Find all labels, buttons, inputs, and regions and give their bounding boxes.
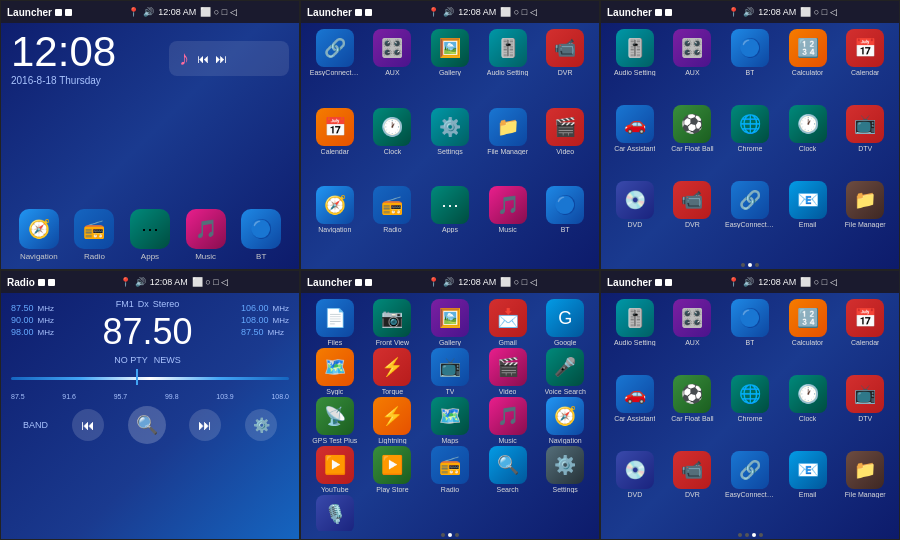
app-dvd-6[interactable]: 💿 DVD bbox=[607, 451, 663, 525]
nav-bar-1: 🧭 Navigation 📻 Radio ⋯ Apps 🎵 Music 🔵 BT bbox=[11, 201, 289, 261]
app-audio-setting[interactable]: 🎚️ Audio Setting bbox=[480, 29, 536, 106]
app-gallery[interactable]: 🖼️ Gallery bbox=[422, 29, 478, 106]
app-email-3[interactable]: 📧 Email bbox=[780, 181, 836, 255]
nav-music-1[interactable]: 🎵 Music bbox=[186, 209, 226, 261]
app-easyconnection[interactable]: 🔗 EasyConnection bbox=[307, 29, 363, 106]
app-carfloat-3[interactable]: ⚽ Car Float Ball bbox=[665, 105, 721, 179]
audio-setting-icon: 🎚️ bbox=[489, 29, 527, 67]
app-settings-5[interactable]: ⚙️ Settings bbox=[537, 446, 593, 493]
nav-app-radio[interactable]: 📻 Radio bbox=[365, 186, 421, 263]
app-calendar-3[interactable]: 📅 Calendar bbox=[837, 29, 893, 103]
status-time-5: 12:08 AM bbox=[458, 277, 496, 287]
app-files[interactable]: 📄 Files bbox=[307, 299, 363, 346]
app-frontview[interactable]: 📷 Front View bbox=[365, 299, 421, 346]
app-chrome-6[interactable]: 🌐 Chrome bbox=[722, 375, 778, 449]
app-fm-3[interactable]: 📁 File Manager bbox=[837, 181, 893, 255]
app-settings[interactable]: ⚙️ Settings bbox=[422, 108, 478, 185]
app-dvr-3[interactable]: 📹 DVR bbox=[665, 181, 721, 255]
app-clock[interactable]: 🕐 Clock bbox=[365, 108, 421, 185]
app-email-6[interactable]: 📧 Email bbox=[780, 451, 836, 525]
app-label-6: Launcher bbox=[607, 277, 652, 288]
app-music-5[interactable]: 🎵 Music bbox=[480, 397, 536, 444]
app-audio-6[interactable]: 🎚️ Audio Setting bbox=[607, 299, 663, 373]
music-widget-1[interactable]: ♪ ⏮ ⏭ bbox=[169, 41, 289, 76]
app-dvd-3[interactable]: 💿 DVD bbox=[607, 181, 663, 255]
prev-btn[interactable]: ⏮ bbox=[197, 52, 209, 66]
app-carball-6[interactable]: ⚽ Car Float Ball bbox=[665, 375, 721, 449]
app-car-6[interactable]: 🚗 Car Assistant bbox=[607, 375, 663, 449]
app-sygic[interactable]: 🗺️ Sygic bbox=[307, 348, 363, 395]
radio-tuner-bar[interactable] bbox=[11, 369, 289, 389]
nav-navigation-1[interactable]: 🧭 Navigation bbox=[19, 209, 59, 261]
app-video-5[interactable]: 🎬 Video bbox=[480, 348, 536, 395]
nav-radio-1[interactable]: 📻 Radio bbox=[74, 209, 114, 261]
app-youtube[interactable]: ▶️ YouTube bbox=[307, 446, 363, 493]
app-aux-6[interactable]: 🎛️ AUX bbox=[665, 299, 721, 373]
clock-date-1: 2016-8-18 Thursday bbox=[11, 75, 116, 86]
app-label-5: Launcher bbox=[307, 277, 352, 288]
app-calculator-3[interactable]: 🔢 Calculator bbox=[780, 29, 836, 103]
nav-bt-1[interactable]: 🔵 BT bbox=[241, 209, 281, 261]
app-aux[interactable]: 🎛️ AUX bbox=[365, 29, 421, 106]
app-search-5[interactable]: 🔍 Search bbox=[480, 446, 536, 493]
app-google[interactable]: G Google bbox=[537, 299, 593, 346]
status-loc-2: 📍 bbox=[428, 7, 439, 17]
status-bar-2: Launcher 📍 🔊 12:08 AM ⬜ ○ □ ◁ bbox=[301, 1, 599, 23]
app-calendar[interactable]: 📅 Calendar bbox=[307, 108, 363, 185]
app-radio-5[interactable]: 📻 Radio bbox=[422, 446, 478, 493]
band-label[interactable]: BAND bbox=[23, 420, 48, 430]
app-dvr[interactable]: 📹 DVR bbox=[537, 29, 593, 106]
next-track-btn[interactable]: ⏭ bbox=[189, 409, 221, 441]
app-torque[interactable]: ⚡ Torque bbox=[365, 348, 421, 395]
app-bt-3[interactable]: 🔵 BT bbox=[722, 29, 778, 103]
app-filemanager[interactable]: 📁 File Manager bbox=[480, 108, 536, 185]
app-clk-6[interactable]: 🕐 Clock bbox=[780, 375, 836, 449]
nav-app-apps[interactable]: ⋯ Apps bbox=[422, 186, 478, 263]
app-easy-3[interactable]: 🔗 EasyConnection bbox=[722, 181, 778, 255]
app-dvr-6[interactable]: 📹 DVR bbox=[665, 451, 721, 525]
app-gallery-5[interactable]: 🖼️ Gallery bbox=[422, 299, 478, 346]
clock-time-1: 12:08 bbox=[11, 31, 116, 73]
radio-icon-2: 📻 bbox=[373, 186, 411, 224]
app-bt-6[interactable]: 🔵 BT bbox=[722, 299, 778, 373]
app-video[interactable]: 🎬 Video bbox=[537, 108, 593, 185]
app-clock-3[interactable]: 🕐 Clock bbox=[780, 105, 836, 179]
app-calc-6[interactable]: 🔢 Calculator bbox=[780, 299, 836, 373]
app-soundrec[interactable]: 🎙️ Sound Recorder bbox=[307, 495, 363, 531]
aux-icon: 🎛️ bbox=[373, 29, 411, 67]
nav-app-bt[interactable]: 🔵 BT bbox=[537, 186, 593, 263]
home-body-1: 12:08 2016-8-18 Thursday ♪ ⏮ ⏭ 🧭 Navigat… bbox=[1, 23, 299, 269]
nav-apps-1[interactable]: ⋯ Apps bbox=[130, 209, 170, 261]
gallery-icon: 🖼️ bbox=[431, 29, 469, 67]
app-voicesearch[interactable]: 🎤 Voice Search bbox=[537, 348, 593, 395]
app-easy-6[interactable]: 🔗 EasyConnection bbox=[722, 451, 778, 525]
scroll-dots-3 bbox=[601, 261, 899, 269]
prev-track-btn[interactable]: ⏮ bbox=[72, 409, 104, 441]
app-gpstest[interactable]: 📡 GPS Test Plus bbox=[307, 397, 363, 444]
app-playstore[interactable]: ▶️ Play Store bbox=[365, 446, 421, 493]
app-gmail[interactable]: 📩 Gmail bbox=[480, 299, 536, 346]
app-lightning[interactable]: ⚡ Lightning bbox=[365, 397, 421, 444]
app-fm-6[interactable]: 📁 File Manager bbox=[837, 451, 893, 525]
next-btn[interactable]: ⏭ bbox=[215, 52, 227, 66]
app-chrome-3[interactable]: 🌐 Chrome bbox=[722, 105, 778, 179]
eq-settings-btn[interactable]: ⚙️ bbox=[245, 409, 277, 441]
nav-icon: 🧭 bbox=[19, 209, 59, 249]
search-btn[interactable]: 🔍 bbox=[128, 406, 166, 444]
nav-app-nav[interactable]: 🧭 Navigation bbox=[307, 186, 363, 263]
nav-app-music[interactable]: 🎵 Music bbox=[480, 186, 536, 263]
app-grid-3: 🎚️ Audio Setting 🎛️ AUX 🔵 BT 🔢 Calculato… bbox=[601, 23, 899, 261]
app-nav-5[interactable]: 🧭 Navigation bbox=[537, 397, 593, 444]
cell-launcher-2: Launcher 📍 🔊 12:08 AM ⬜ ○ □ ◁ 🔗 EasyConn… bbox=[300, 0, 600, 270]
app-dtv-3[interactable]: 📺 DTV bbox=[837, 105, 893, 179]
music-icon-nav: 🎵 bbox=[186, 209, 226, 249]
app-maps[interactable]: 🗺️ Maps bbox=[422, 397, 478, 444]
app-cal-6[interactable]: 📅 Calendar bbox=[837, 299, 893, 373]
app-audio-setting-3[interactable]: 🎚️ Audio Setting bbox=[607, 29, 663, 103]
app-dtv-6[interactable]: 📺 DTV bbox=[837, 375, 893, 449]
app-carassist-3[interactable]: 🚗 Car Assistant bbox=[607, 105, 663, 179]
app-tv[interactable]: 📺 TV bbox=[422, 348, 478, 395]
music-controls-1[interactable]: ⏮ ⏭ bbox=[197, 52, 227, 66]
freq-marker bbox=[136, 369, 138, 385]
app-aux-3[interactable]: 🎛️ AUX bbox=[665, 29, 721, 103]
